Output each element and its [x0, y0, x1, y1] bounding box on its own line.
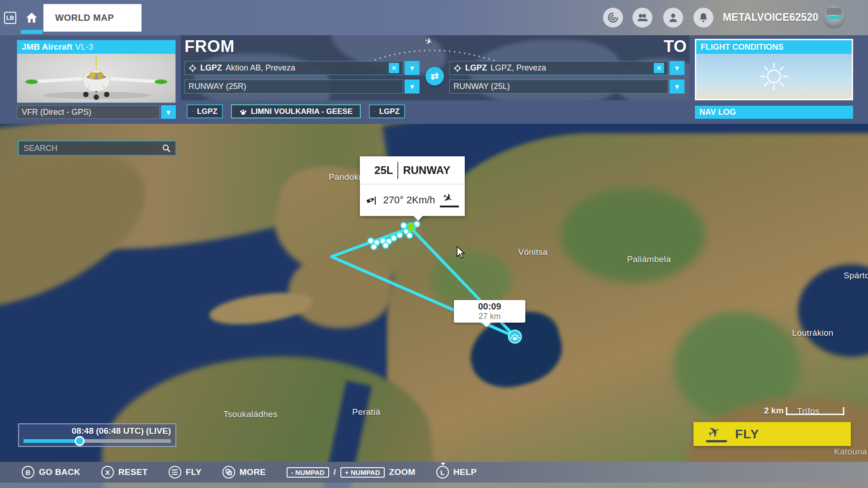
time-of-day-value: 08:48 (06:48 UTC) (LIVE) [71, 426, 171, 436]
map-place-label: Spárton [844, 271, 868, 281]
runway-tooltip: 25L RUNWAY 270° 2Km/h ✈ [360, 156, 465, 216]
from-airport-field[interactable]: LGPZ Aktion AB, Preveza ✕ ▾ [184, 61, 420, 75]
time-slider-track[interactable] [24, 439, 171, 443]
controller-hint-bar: B GO BACK X RESET FLY MORE - NUMPAD / + … [0, 462, 868, 483]
top-nav-bar: LB WORLD MAP [0, 0, 868, 35]
aircraft-brand: JMB Aircraft [22, 42, 72, 52]
chevron-down-icon: ▾ [410, 82, 414, 91]
key-separator: / [334, 468, 336, 477]
gamepad-b-icon: B [22, 466, 34, 479]
avatar-visor [827, 15, 841, 19]
wind-info: 270° 2Km/h [383, 194, 435, 206]
mouse-cursor [457, 246, 468, 260]
map-scale-bar [785, 406, 845, 417]
from-runway-chevron[interactable]: ▾ [405, 80, 420, 94]
runway-id: 25L [374, 164, 393, 177]
landing-plane-icon: ✈ [440, 193, 459, 207]
nav-log-button[interactable]: NAV LOG [695, 106, 853, 119]
fly-shortcut-button[interactable]: FLY [169, 466, 202, 479]
spiral-icon [607, 12, 619, 23]
takeoff-plane-icon: ✈ [706, 426, 728, 442]
runway-word: RUNWAY [403, 164, 450, 177]
waypoint-chip-arrival[interactable]: LGPZ [369, 104, 405, 118]
world-map-tab-label: WORLD MAP [55, 13, 114, 23]
map-place-label: Loutrákion [792, 328, 834, 338]
aircraft-panel[interactable]: JMB Aircraft VL-3 [17, 40, 176, 103]
reset-button[interactable]: X RESET [101, 466, 148, 479]
waypoint-chip-label: LGPZ [197, 107, 217, 116]
fly-button[interactable]: ✈ FLY [693, 422, 851, 446]
time-slider-fill [24, 439, 80, 443]
to-airport-field[interactable]: LGPZ LGPZ, Preveza ✕ ▾ [449, 61, 684, 75]
weather-preview [696, 54, 852, 99]
waypoint-chip-poi[interactable]: LIMNI VOULKARIA - GEESE [231, 104, 361, 118]
help-button[interactable]: L HELP [436, 466, 477, 479]
more-button[interactable]: MORE [222, 466, 266, 479]
active-tab-indicator [21, 30, 42, 34]
map-scale-label: 2 km [764, 406, 783, 416]
tooltip-pointer [413, 216, 423, 221]
home-icon [26, 12, 38, 23]
map-scale: 2 km [764, 406, 845, 417]
map-place-label: Peratiá [352, 407, 380, 417]
flight-rules-chevron[interactable]: ▾ [161, 105, 176, 119]
peninsula-lobe [288, 251, 392, 328]
time-slider-knob[interactable] [75, 436, 85, 446]
chevron-down-icon: ▾ [675, 64, 679, 72]
to-runway-chevron[interactable]: ▾ [670, 80, 684, 94]
chevron-down-icon: ▾ [166, 108, 170, 117]
chevron-down-icon: ▾ [675, 82, 679, 91]
clear-to-button[interactable]: ✕ [654, 63, 664, 73]
aircraft-panel-header: JMB Aircraft VL-3 [17, 40, 175, 54]
to-runway-dropdown[interactable]: RUNWAY (25L) ▾ [449, 80, 684, 94]
sand-spit [208, 287, 314, 329]
from-airport-code: LGPZ [200, 63, 222, 73]
from-runway-dropdown[interactable]: RUNWAY (25R) ▾ [184, 80, 420, 94]
home-tab[interactable] [21, 7, 42, 28]
windsock-icon [366, 194, 378, 206]
waypoint-chip-departure[interactable]: LGPZ [187, 104, 223, 118]
airport-icon [189, 64, 197, 72]
map-place-label: Vónitsa [518, 247, 547, 257]
go-back-button[interactable]: B GO BACK [22, 466, 80, 479]
search-icon [162, 144, 171, 153]
search-input[interactable] [19, 144, 162, 153]
notifications-button[interactable] [693, 8, 713, 28]
close-icon: ✕ [656, 65, 661, 71]
map-place-label: Pandokr [329, 172, 362, 182]
airport-icon [192, 108, 193, 115]
flight-rules-value: VFR (Direct - GPS) [22, 108, 91, 117]
friends-button[interactable] [632, 8, 652, 28]
tab-world-map[interactable]: WORLD MAP [43, 4, 142, 32]
menu-icon [169, 466, 181, 479]
username[interactable]: METALVOICE62520 [723, 11, 818, 23]
leg-info-label: 00:09 27 km [454, 300, 525, 323]
swap-icon: ⇄ [430, 70, 439, 82]
swap-from-to-button[interactable]: ⇄ [425, 67, 444, 85]
from-airport-chevron[interactable]: ▾ [405, 61, 420, 75]
gamepad-x-icon: X [101, 466, 114, 479]
waypoint-chip-label: LIMNI VOULKARIA - GEESE [251, 107, 353, 116]
map-place-label: Tsoukaládhes [223, 409, 278, 419]
bottom-edge-strip [0, 483, 868, 488]
friends-icon [636, 12, 649, 23]
more-windows-icon [222, 466, 235, 479]
waypoint-chip-label: LGPZ [379, 107, 400, 116]
flight-conditions-title: FLIGHT CONDITIONS [701, 42, 783, 52]
flight-rules-dropdown[interactable]: VFR (Direct - GPS) ▾ [17, 105, 176, 119]
to-airport-chevron[interactable]: ▾ [670, 61, 684, 75]
clear-from-button[interactable]: ✕ [389, 63, 399, 73]
map-search[interactable] [18, 141, 176, 156]
avatar[interactable] [823, 6, 845, 28]
insider-spiral-button[interactable] [603, 8, 623, 28]
leg-distance: 27 km [454, 312, 525, 321]
world-map-screen: Pandokr Vónitsa Paliámbela Spárton Loutr… [0, 0, 868, 488]
zoom-controls[interactable]: - NUMPAD / + NUMPAD ZOOM [287, 467, 415, 478]
profile-button[interactable] [663, 8, 683, 28]
profile-icon [667, 12, 679, 23]
bell-icon [698, 12, 709, 23]
tooltip-divider [397, 162, 398, 179]
time-of-day-panel[interactable]: 08:48 (06:48 UTC) (LIVE) [18, 423, 176, 447]
from-airport-name: Aktion AB, Preveza [226, 63, 295, 73]
flight-conditions-panel[interactable]: FLIGHT CONDITIONS [695, 39, 853, 100]
